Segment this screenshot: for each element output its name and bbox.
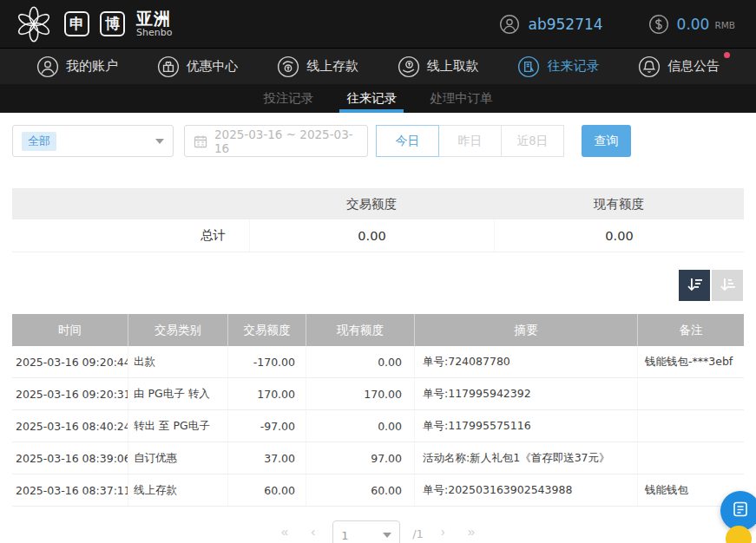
sort-descending-icon	[686, 276, 703, 296]
cell-balance: 60.00	[306, 474, 415, 506]
sort-ascending-button[interactable]	[712, 270, 743, 301]
table-row: 2025-03-16 08:37:11 线上存款 60.00 60.00 单号:…	[12, 474, 744, 507]
chat-icon	[731, 500, 750, 522]
pagination: « ‹ 1 /1 › »	[0, 520, 756, 543]
nav-label: 往来记录	[547, 58, 599, 75]
username: ab952714	[528, 16, 602, 33]
today-button[interactable]: 今日	[376, 125, 439, 157]
cell-amount: 37.00	[228, 442, 306, 474]
deposit-coin-icon	[277, 56, 299, 78]
table-body: 2025-03-16 09:20:44 出款 -170.00 0.00 单号:7…	[12, 346, 744, 507]
cell-amount: -97.00	[228, 410, 306, 442]
cell-summary: 单号:117995942392	[415, 378, 638, 409]
date-range-input[interactable]: 2025-03-16 ~ 2025-03-16	[184, 125, 368, 157]
summary-total-label: 总计	[12, 219, 249, 252]
tab-transaction-records[interactable]: 往来记录	[345, 84, 398, 113]
prev-page-button[interactable]: ‹	[306, 520, 320, 542]
filter-bar: 全部 2025-03-16 ~ 2025-03-16 今日 昨日 近8日 查询	[12, 125, 744, 157]
nav-item-announcements[interactable]: 信息公告	[638, 56, 720, 78]
cell-remark	[638, 442, 744, 474]
nav-item-promotions[interactable]: 优惠中心	[157, 56, 239, 78]
balance-info[interactable]: 0.00 RMB	[648, 14, 735, 35]
cell-summary: 单号:724087780	[415, 346, 638, 377]
user-circle-icon	[36, 56, 59, 78]
date-range-value: 2025-03-16 ~ 2025-03-16	[214, 128, 358, 155]
col-header-remark: 备注	[638, 314, 744, 346]
cell-balance: 97.00	[306, 442, 415, 474]
cell-amount: 60.00	[228, 474, 306, 506]
transaction-records-page: 申 博 亚洲 Shenbo ab952714	[0, 0, 756, 543]
chevron-down-icon	[383, 533, 391, 538]
last-page-button[interactable]: »	[463, 520, 480, 542]
quick-date-buttons: 今日 昨日 近8日	[377, 125, 564, 157]
table-row: 2025-03-16 08:39:06 自订优惠 37.00 97.00 活动名…	[12, 442, 744, 474]
cell-amount: -170.00	[228, 346, 306, 377]
cell-remark: 钱能钱包-***3ebf	[638, 346, 744, 377]
brand-char-2: 博	[100, 11, 125, 36]
calendar-icon	[194, 134, 207, 148]
nav-item-my-account[interactable]: 我的账户	[36, 56, 118, 78]
page-select-value: 1	[341, 529, 348, 542]
cell-type: 自订优惠	[128, 442, 228, 474]
gift-icon	[157, 56, 180, 78]
cell-balance: 0.00	[306, 346, 415, 377]
col-header-time: 时间	[12, 314, 128, 346]
records-table: 时间 交易类别 交易额度 现有额度 摘要 备注 2025-03-16 09:20…	[12, 314, 744, 507]
search-button[interactable]: 查询	[582, 125, 631, 157]
brand-text: 亚洲 Shenbo	[136, 10, 172, 37]
chevron-down-icon	[155, 139, 164, 144]
page-total: /1	[412, 527, 424, 540]
tab-pending-orders[interactable]: 处理中订单	[428, 84, 495, 113]
table-row: 2025-03-16 09:20:44 出款 -170.00 0.00 单号:7…	[12, 346, 744, 378]
type-select[interactable]: 全部	[12, 125, 174, 157]
next-page-button[interactable]: ›	[436, 520, 450, 542]
col-header-balance: 现有额度	[306, 314, 415, 346]
records-table-header: 时间 交易类别 交易额度 现有额度 摘要 备注	[12, 314, 744, 346]
nav-label: 我的账户	[66, 58, 118, 75]
cell-summary: 单号:117995575116	[415, 410, 638, 442]
account-info[interactable]: ab952714	[499, 14, 602, 35]
nav-label: 信息公告	[667, 58, 720, 75]
table-row: 2025-03-16 09:20:31 由 PG电子 转入 170.00 170…	[12, 378, 744, 410]
balance-currency: RMB	[714, 20, 735, 30]
brand-region: 亚洲	[136, 10, 172, 28]
cell-remark	[638, 410, 744, 442]
summary-header-balance: 现有额度	[494, 188, 744, 219]
cell-balance: 170.00	[306, 378, 415, 409]
top-header: 申 博 亚洲 Shenbo ab952714	[0, 0, 756, 48]
withdraw-coin-icon	[398, 56, 420, 78]
cell-type: 由 PG电子 转入	[128, 378, 228, 409]
table-row: 2025-03-16 08:40:24 转出 至 PG电子 -97.00 0.0…	[12, 410, 744, 442]
cell-time: 2025-03-16 08:37:11	[12, 474, 128, 506]
sort-ascending-icon	[719, 276, 736, 296]
col-header-summary: 摘要	[415, 314, 638, 346]
nav-label: 线上取款	[427, 58, 479, 75]
page-select[interactable]: 1	[332, 520, 400, 543]
nav-label: 优惠中心	[187, 58, 239, 75]
cell-remark	[638, 378, 744, 409]
records-icon	[517, 56, 540, 78]
sort-descending-button[interactable]	[679, 270, 710, 301]
cell-type: 出款	[128, 346, 228, 377]
customer-service-float	[703, 491, 756, 543]
user-icon	[499, 14, 520, 35]
tab-bet-records[interactable]: 投注记录	[261, 84, 315, 113]
last-8-days-button[interactable]: 近8日	[501, 125, 564, 157]
nav-item-transaction-records[interactable]: 往来记录	[517, 56, 599, 78]
summary-table: 交易额度 现有额度 总计 0.00 0.00	[12, 188, 744, 252]
nav-item-online-withdraw[interactable]: 线上取款	[398, 56, 479, 78]
summary-header-empty	[12, 188, 249, 219]
bell-icon	[638, 56, 661, 78]
flower-logo-icon	[14, 4, 54, 44]
cell-type: 转出 至 PG电子	[128, 410, 228, 442]
summary-total-balance: 0.00	[494, 219, 744, 252]
cell-time: 2025-03-16 09:20:31	[12, 378, 128, 409]
yesterday-button[interactable]: 昨日	[438, 125, 502, 157]
cell-balance: 0.00	[306, 410, 415, 442]
sort-toolbar	[13, 270, 743, 301]
first-page-button[interactable]: «	[276, 520, 293, 542]
notification-dot	[724, 52, 730, 58]
cell-amount: 170.00	[228, 378, 306, 409]
nav-item-online-deposit[interactable]: 线上存款	[277, 56, 358, 78]
summary-header-trade: 交易额度	[249, 188, 494, 219]
